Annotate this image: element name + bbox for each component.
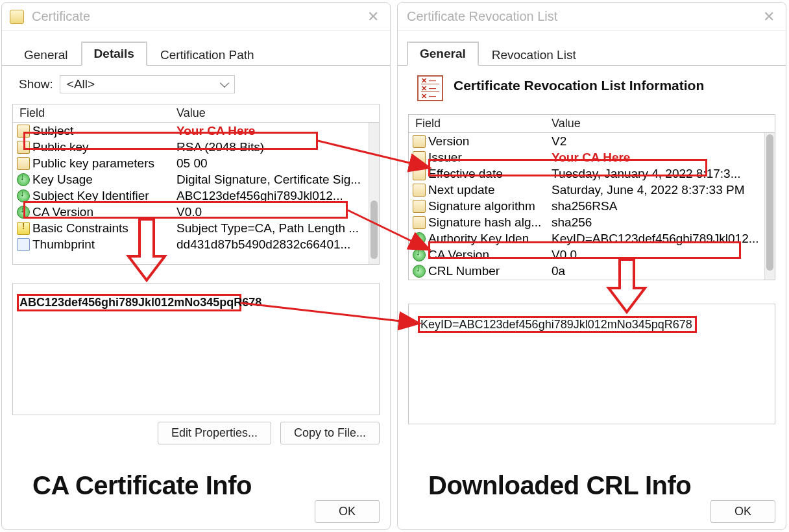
- crl-dialog: Certificate Revocation List ✕ General Re…: [397, 2, 786, 530]
- table-row[interactable]: Effective dateTuesday, January 4, 2022 8…: [409, 165, 775, 182]
- field-label: CA Version: [428, 248, 489, 262]
- table-row[interactable]: Basic ConstraintsSubject Type=CA, Path L…: [13, 220, 379, 236]
- sq-icon: [413, 135, 426, 148]
- field-value: KeyID=ABC123def456ghi789Jkl012...: [552, 232, 775, 246]
- field-label: Issuer: [428, 151, 462, 165]
- table-row[interactable]: Authority Key Iden...KeyID=ABC123def456g…: [409, 230, 775, 247]
- green-icon: [413, 265, 426, 278]
- col-header-field[interactable]: Field: [413, 117, 552, 130]
- titlebar: Certificate ✕: [2, 3, 390, 31]
- edit-properties-button[interactable]: Edit Properties...: [158, 422, 271, 444]
- field-label: Subject Key Identifier: [32, 189, 149, 203]
- field-label: CRL Number: [428, 264, 500, 278]
- green-icon: [17, 173, 30, 186]
- table-row[interactable]: Thumbprintdd431d87b5490d2832c66401...: [13, 236, 379, 252]
- field-label: Basic Constraints: [32, 221, 128, 236]
- tab-strip: General Details Certification Path: [2, 31, 390, 66]
- col-header-value[interactable]: Value: [176, 106, 379, 120]
- col-header-value[interactable]: Value: [552, 117, 775, 130]
- table-row[interactable]: Signature hash alg...sha256: [409, 214, 775, 230]
- green-icon: [17, 206, 30, 219]
- copy-to-file-button[interactable]: Copy to File...: [280, 422, 380, 444]
- field-label: Key Usage: [32, 173, 93, 187]
- field-value: 0a: [552, 264, 775, 278]
- crl-icon: ✕ —✕ —✕ —: [417, 75, 443, 101]
- tab-details[interactable]: Details: [81, 42, 147, 66]
- table-row[interactable]: IssuerYour CA Here: [409, 149, 775, 165]
- details-table: Field Value SubjectYour CA HerePublic ke…: [12, 104, 380, 265]
- right-value-detail: KeyID=ABC123def456ghi789Jkl012mNo345pqR6…: [420, 318, 692, 332]
- field-value: RSA (2048 Bits): [176, 140, 379, 154]
- left-value-detail: ABC123def456ghi789Jkl012mNo345pqR678: [19, 296, 261, 309]
- field-value: V0.0: [552, 248, 775, 262]
- sq-icon: [413, 151, 426, 164]
- field-value: Your CA Here: [176, 124, 379, 138]
- scrollbar-thumb[interactable]: [766, 134, 773, 271]
- table-row[interactable]: Public key parameters05 00: [13, 155, 379, 171]
- button-row: Edit Properties... Copy to File...: [2, 415, 390, 444]
- field-label: Authority Key Iden...: [428, 232, 539, 246]
- table-row[interactable]: Public keyRSA (2048 Bits): [13, 139, 379, 155]
- field-value: V0.0: [176, 205, 379, 219]
- field-value: Subject Type=CA, Path Length ...: [176, 221, 379, 236]
- field-value: sha256: [552, 215, 775, 230]
- field-value: dd431d87b5490d2832c66401...: [176, 237, 379, 252]
- field-label: Effective date: [428, 167, 503, 181]
- ok-button[interactable]: OK: [315, 500, 380, 523]
- sq-icon: [413, 200, 426, 213]
- titlebar: Certificate Revocation List ✕: [398, 3, 786, 31]
- window-title: Certificate: [28, 9, 364, 24]
- tab-general[interactable]: General: [407, 42, 479, 66]
- scrollbar[interactable]: [369, 123, 379, 264]
- crl-table: Field Value VersionV2IssuerYour CA HereE…: [408, 114, 775, 280]
- close-icon[interactable]: ✕: [760, 8, 778, 25]
- green-icon: [17, 189, 30, 202]
- field-value: V2: [552, 134, 775, 149]
- field-label: Signature algorithm: [428, 199, 535, 213]
- green-icon: [413, 232, 426, 245]
- crl-info-title: Certificate Revocation List Information: [454, 75, 704, 93]
- ok-button[interactable]: OK: [710, 500, 775, 523]
- field-label: Signature hash alg...: [428, 215, 541, 230]
- col-header-field[interactable]: Field: [17, 106, 176, 120]
- show-value: <All>: [67, 77, 95, 91]
- sq-icon: [413, 184, 426, 197]
- table-row[interactable]: CA VersionV0.0: [13, 204, 379, 220]
- scrollbar-thumb[interactable]: [370, 200, 378, 259]
- sq-icon: [413, 167, 426, 180]
- field-value: Saturday, June 4, 2022 8:37:33 PM: [552, 183, 775, 197]
- field-value: Tuesday, January 4, 2022 8:17:3...: [552, 167, 775, 181]
- field-value: Your CA Here: [552, 151, 775, 165]
- tab-cert-path[interactable]: Certification Path: [147, 43, 267, 66]
- field-label: Subject: [32, 124, 73, 138]
- table-row[interactable]: CA VersionV0.0: [409, 247, 775, 263]
- show-filter-row: Show: <All>: [2, 75, 390, 101]
- table-row[interactable]: VersionV2: [409, 133, 775, 149]
- show-dropdown[interactable]: <All>: [60, 75, 235, 93]
- field-label: Public key parameters: [32, 156, 154, 171]
- sq-icon: [17, 125, 30, 138]
- close-icon[interactable]: ✕: [364, 8, 382, 25]
- table-row[interactable]: SubjectYour CA Here: [13, 123, 379, 139]
- tab-strip: General Revocation List: [398, 31, 786, 66]
- table-row[interactable]: Key UsageDigital Signature, Certificate …: [13, 171, 379, 187]
- field-label: Next update: [428, 183, 494, 197]
- table-row[interactable]: CRL Number0a: [409, 263, 775, 279]
- field-label: CA Version: [32, 205, 93, 219]
- sq-icon: [17, 141, 30, 154]
- table-row[interactable]: Next updateSaturday, June 4, 2022 8:37:3…: [409, 182, 775, 198]
- crl-info-header: ✕ —✕ —✕ — Certificate Revocation List In…: [398, 75, 786, 114]
- table-row[interactable]: Subject Key IdentifierABC123def456ghi789…: [13, 187, 379, 204]
- left-caption: CA Certificate Info: [32, 471, 252, 500]
- tab-general[interactable]: General: [11, 43, 81, 66]
- tab-revocation-list[interactable]: Revocation List: [479, 43, 589, 66]
- field-value: sha256RSA: [552, 199, 775, 213]
- sq-icon: [17, 157, 30, 170]
- scrollbar[interactable]: [764, 133, 775, 280]
- certificate-dialog: Certificate ✕ General Details Certificat…: [1, 2, 391, 530]
- show-label: Show:: [19, 77, 53, 91]
- field-value: 05 00: [176, 156, 379, 171]
- yellow-icon: [17, 222, 30, 235]
- table-row[interactable]: Signature algorithmsha256RSA: [409, 198, 775, 214]
- window-title: Certificate Revocation List: [406, 9, 760, 24]
